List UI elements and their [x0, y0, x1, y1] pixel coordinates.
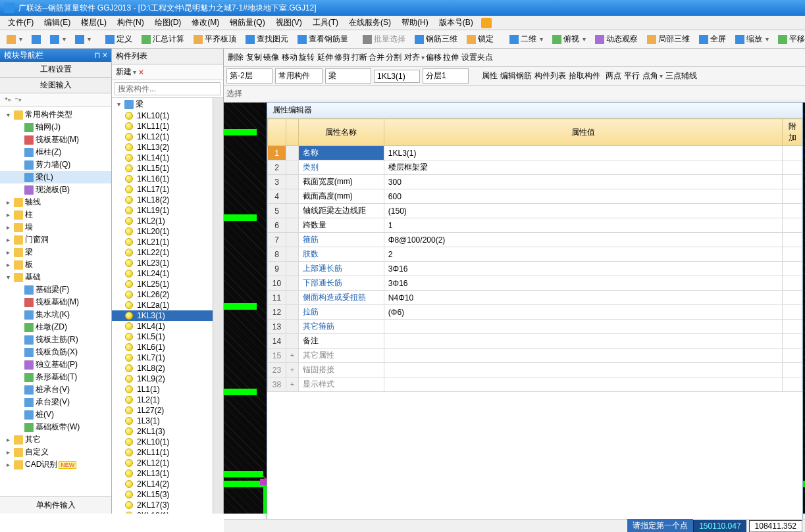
bird-button[interactable]: 俯视▾: [548, 32, 590, 46]
tree-item[interactable]: 桩(V): [0, 408, 111, 421]
component-item[interactable]: 1KL3(1): [112, 310, 213, 321]
component-item[interactable]: 2KL11(1): [112, 447, 213, 458]
tree-item[interactable]: 轴网(J): [0, 121, 111, 133]
component-item[interactable]: 1L1(1): [112, 384, 213, 395]
component-item[interactable]: 1KL2a(1): [112, 300, 213, 310]
tree-item[interactable]: ▾常用构件类型: [0, 109, 111, 121]
tree-item[interactable]: 框柱(Z): [0, 146, 111, 158]
offset-button[interactable]: 偏移: [426, 52, 442, 63]
select-mode-button[interactable]: 选择: [226, 88, 242, 99]
tree-item[interactable]: 独立基础(P): [0, 358, 111, 371]
copy-button[interactable]: 复制: [246, 52, 262, 63]
undo-button[interactable]: ▾: [46, 34, 70, 45]
property-row[interactable]: 10下部通长筋3Φ16: [268, 276, 802, 291]
nav-tab-project[interactable]: 工程设置: [0, 62, 111, 78]
menu-floor[interactable]: 楼层(L): [76, 16, 112, 30]
lock-button[interactable]: 锁定: [463, 32, 498, 46]
complist-button[interactable]: 构件列表: [534, 70, 566, 82]
mirror-button[interactable]: 镜像: [263, 52, 279, 63]
find-button[interactable]: 查找图元: [242, 32, 292, 46]
component-item[interactable]: 1KL26(2): [112, 289, 213, 300]
delete-button[interactable]: 删除: [228, 52, 244, 63]
menu-version[interactable]: 版本号(B): [434, 16, 479, 30]
tree-item[interactable]: 承台梁(V): [0, 396, 111, 408]
property-row[interactable]: 5轴线距梁左边线距(150): [268, 204, 802, 218]
property-row[interactable]: 38+显示样式: [268, 377, 802, 392]
tree-item[interactable]: 集水坑(K): [0, 308, 111, 321]
tree-item[interactable]: 基础梁(F): [0, 283, 111, 296]
menu-help[interactable]: 帮助(H): [396, 16, 434, 30]
extend-button[interactable]: 延伸: [317, 52, 333, 63]
component-item[interactable]: 1KL12(1): [112, 132, 213, 142]
stretch-button[interactable]: 拉伸: [443, 52, 459, 63]
component-item[interactable]: 1KL18(2): [112, 195, 213, 205]
angle-button[interactable]: 点角▾: [642, 70, 663, 82]
component-item[interactable]: 2KL14(2): [112, 479, 213, 489]
merge-button[interactable]: 合并: [369, 52, 384, 63]
property-row[interactable]: 3截面宽度(mm)300: [268, 175, 802, 189]
tree-item[interactable]: 筏板基础(M): [0, 133, 111, 146]
define-button[interactable]: 定义: [101, 32, 136, 46]
view2d-button[interactable]: 二维▾: [506, 32, 547, 46]
close-icon[interactable]: ×: [103, 51, 107, 60]
property-row[interactable]: 1名称1KL3(1): [268, 146, 802, 160]
scrollbar[interactable]: [213, 98, 223, 514]
property-row[interactable]: 15+其它属性: [268, 349, 802, 363]
property-row[interactable]: 7箍筋Φ8@100/200(2): [268, 233, 802, 247]
tree-item[interactable]: 剪力墙(Q): [0, 158, 111, 171]
tree-item[interactable]: 筏板负筋(X): [0, 346, 111, 358]
tree-item[interactable]: 柱墩(ZD): [0, 321, 111, 333]
tree-item[interactable]: ▸自定义: [0, 446, 111, 458]
collapse-icon[interactable]: ⁻▫: [14, 95, 21, 105]
component-item[interactable]: 1KL19(1): [112, 205, 213, 216]
component-item[interactable]: 1KL6(1): [112, 342, 213, 352]
component-list[interactable]: ▾梁1KL10(1)1KL11(1)1KL12(1)1KL13(2)1KL14(…: [112, 98, 213, 514]
floor-combo[interactable]: 第-2层: [226, 68, 273, 84]
search-input[interactable]: [115, 82, 221, 95]
local3d-button[interactable]: 局部三维: [643, 32, 694, 46]
expand-icon[interactable]: ⁺▫: [4, 95, 11, 105]
menu-component[interactable]: 构件(N): [112, 16, 149, 30]
tree-item[interactable]: ▸板: [0, 258, 111, 271]
setgrip-button[interactable]: 设置夹点: [461, 52, 493, 63]
component-item[interactable]: 1KL23(1): [112, 258, 213, 268]
split-button[interactable]: 分割: [386, 52, 402, 63]
home-icon[interactable]: [481, 18, 492, 28]
redo-button[interactable]: ▾: [71, 34, 95, 45]
component-item[interactable]: 1KL21(1): [112, 237, 213, 247]
type-combo[interactable]: 梁: [325, 68, 371, 84]
property-row[interactable]: 14备注: [268, 334, 802, 349]
tree-item[interactable]: 筏板主筋(R): [0, 333, 111, 346]
twopoint-button[interactable]: 两点: [606, 70, 621, 82]
component-item[interactable]: 1KL8(2): [112, 363, 213, 374]
menu-file[interactable]: 文件(F): [3, 16, 39, 30]
property-button[interactable]: 属性: [482, 70, 498, 82]
editbar-button[interactable]: 编辑钢筋: [500, 70, 532, 82]
tree-item[interactable]: 基础板带(W): [0, 421, 111, 433]
tree-item[interactable]: ▸柱: [0, 208, 111, 221]
component-item[interactable]: 1KL4(1): [112, 321, 213, 331]
aux-button[interactable]: 三点辅线: [665, 70, 697, 82]
menu-draw[interactable]: 绘图(D): [149, 16, 187, 30]
name-combo[interactable]: 1KL3(1): [374, 70, 420, 83]
component-item[interactable]: 1KL7(1): [112, 352, 213, 363]
component-item[interactable]: 1L2(1): [112, 395, 213, 405]
component-item[interactable]: 2KL18(1): [112, 510, 213, 514]
delete-component-button[interactable]: ×: [139, 68, 143, 77]
open-button[interactable]: ▾: [3, 34, 26, 45]
pin-icon[interactable]: ⊓: [94, 51, 100, 60]
property-row[interactable]: 6跨数量1: [268, 218, 802, 233]
sum-button[interactable]: 汇总计算: [138, 32, 188, 46]
component-item[interactable]: 1L3(1): [112, 416, 213, 426]
property-row[interactable]: 2类别楼层框架梁: [268, 160, 802, 175]
tree-item[interactable]: 现浇板(B): [0, 183, 111, 196]
pan-button[interactable]: 平移▾: [774, 32, 805, 46]
pick-button[interactable]: 拾取构件: [569, 70, 600, 82]
property-row[interactable]: 9上部通长筋3Φ16: [268, 262, 802, 276]
component-item[interactable]: 1KL13(2): [112, 142, 213, 153]
component-item[interactable]: 1KL2(1): [112, 216, 213, 226]
component-item[interactable]: 1KL14(1): [112, 153, 213, 163]
new-component-button[interactable]: 新建▾: [116, 66, 136, 78]
parallel-button[interactable]: 平行: [624, 70, 640, 82]
component-item[interactable]: 1KL17(1): [112, 184, 213, 195]
